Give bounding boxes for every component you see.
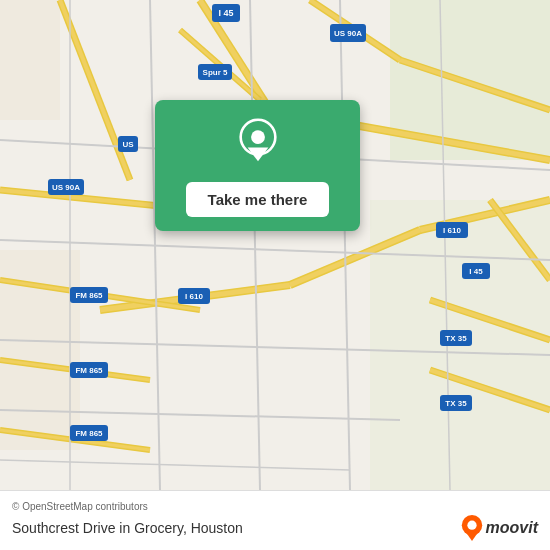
svg-rect-2 bbox=[0, 0, 60, 120]
map-container: I 45 US 90A Spur 5 US US 90A FM 865 FM 8… bbox=[0, 0, 550, 490]
svg-text:US 90A: US 90A bbox=[334, 29, 362, 38]
svg-marker-75 bbox=[247, 147, 268, 161]
svg-marker-77 bbox=[465, 531, 478, 540]
location-info: Southcrest Drive in Grocery, Houston moo… bbox=[12, 515, 538, 541]
svg-text:US: US bbox=[122, 140, 134, 149]
svg-text:I 45: I 45 bbox=[469, 267, 483, 276]
bottom-bar: © OpenStreetMap contributors Southcrest … bbox=[0, 490, 550, 550]
location-pin-icon bbox=[232, 118, 284, 170]
moovit-logo: moovit bbox=[461, 515, 538, 541]
svg-text:US 90A: US 90A bbox=[52, 183, 80, 192]
svg-text:TX 35: TX 35 bbox=[445, 334, 467, 343]
moovit-brand-text: moovit bbox=[486, 519, 538, 537]
svg-text:Spur 5: Spur 5 bbox=[203, 68, 228, 77]
svg-text:TX 35: TX 35 bbox=[445, 399, 467, 408]
svg-text:FM 865: FM 865 bbox=[75, 429, 103, 438]
svg-text:I 45: I 45 bbox=[218, 8, 233, 18]
svg-text:FM 865: FM 865 bbox=[75, 291, 103, 300]
popup-card: Take me there bbox=[155, 100, 360, 231]
moovit-pin-icon bbox=[461, 515, 483, 541]
map-svg: I 45 US 90A Spur 5 US US 90A FM 865 FM 8… bbox=[0, 0, 550, 490]
svg-text:FM 865: FM 865 bbox=[75, 366, 103, 375]
map-attribution: © OpenStreetMap contributors bbox=[12, 501, 538, 512]
svg-point-78 bbox=[467, 520, 476, 529]
svg-point-74 bbox=[251, 130, 265, 144]
take-me-there-button[interactable]: Take me there bbox=[186, 182, 330, 217]
svg-text:I 610: I 610 bbox=[185, 292, 203, 301]
svg-text:I 610: I 610 bbox=[443, 226, 461, 235]
location-text: Southcrest Drive in Grocery, Houston bbox=[12, 520, 243, 536]
